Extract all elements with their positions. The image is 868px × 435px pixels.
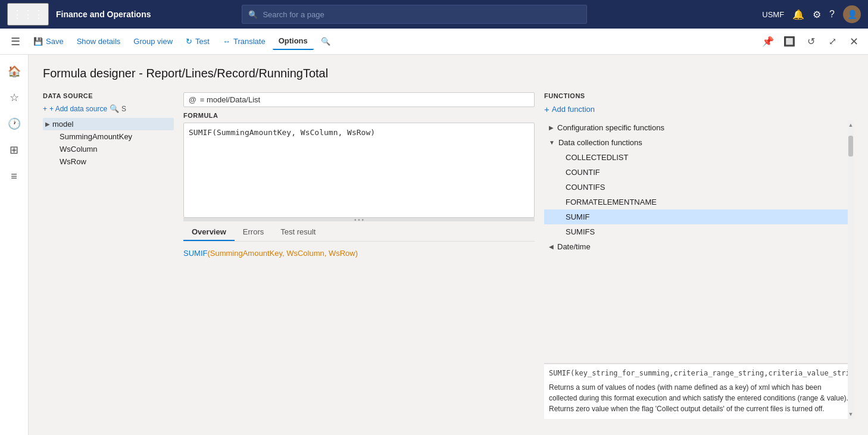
- search-bar[interactable]: 🔍: [242, 5, 587, 24]
- content-wrapper: Formula designer - Report/Lines/Record/R…: [29, 55, 868, 435]
- search-toolbar-button[interactable]: 🔍: [315, 33, 336, 49]
- fn-group-config[interactable]: ▶ Configuration specific functions: [544, 120, 854, 135]
- fn-description: Returns a sum of values of nodes (with n…: [544, 380, 854, 419]
- fn-group-datacollection[interactable]: ▼ Data collection functions: [544, 135, 854, 150]
- nav-workspaces-icon[interactable]: ⊞: [2, 138, 26, 162]
- refresh-icon: ↻: [186, 37, 192, 46]
- scrollbar[interactable]: ▲ ▼: [848, 120, 854, 419]
- close-icon[interactable]: ✕: [844, 32, 863, 51]
- open-new-icon[interactable]: ⤢: [823, 32, 842, 51]
- datasource-search-label: S: [121, 105, 126, 113]
- formula-panel: @ = model/Data/List FORMULA SUMIF(Summin…: [183, 92, 535, 419]
- fn-item-sumifs[interactable]: SUMIFS: [544, 224, 854, 239]
- tree-item-model[interactable]: ▶ model: [43, 118, 174, 130]
- fn-item-countif[interactable]: COUNTIF: [544, 165, 854, 180]
- plus-icon: +: [43, 105, 47, 113]
- toolbar: ☰ 💾 Save Show details Group view ↻ Test …: [0, 29, 868, 55]
- refresh-toolbar-icon[interactable]: ↺: [801, 32, 820, 51]
- nav-home-icon[interactable]: 🏠: [2, 60, 26, 83]
- data-source-panel: DATA SOURCE + + Add data source 🔍 S ▶ mo…: [43, 92, 174, 419]
- nav-modules-icon[interactable]: ≡: [2, 164, 26, 188]
- left-nav: 🏠 ☆ 🕐 ⊞ ≡: [0, 55, 29, 435]
- formula-path-value: = model/Data/List: [200, 95, 261, 104]
- overview-content: SUMIF(SummingAmountKey, WsColumn, WsRow): [183, 246, 535, 260]
- settings-icon[interactable]: ⚙: [813, 9, 821, 20]
- add-fn-plus-icon: +: [544, 104, 549, 114]
- formula-at-symbol: @: [189, 95, 196, 104]
- fn-name-sumif: SUMIF: [183, 249, 207, 258]
- fn-group-datetime[interactable]: ◀ Date/time: [544, 239, 854, 254]
- top-nav: ⋮⋮⋮ Finance and Operations 🔍 USMF 🔔 ⚙ ? …: [0, 0, 868, 29]
- test-button[interactable]: ↻ Test: [180, 33, 216, 49]
- designer-layout: DATA SOURCE + + Add data source 🔍 S ▶ mo…: [43, 92, 854, 419]
- apps-menu-button[interactable]: ⋮⋮⋮: [7, 3, 49, 26]
- formula-path-bar: @ = model/Data/List: [183, 92, 535, 107]
- add-function-button[interactable]: + Add function: [544, 104, 595, 114]
- hamburger-menu-button[interactable]: ☰: [5, 32, 26, 52]
- nav-recent-icon[interactable]: 🕐: [2, 112, 26, 136]
- datasource-search-icon[interactable]: 🔍: [110, 104, 119, 113]
- notifications-icon[interactable]: 🔔: [792, 9, 804, 20]
- formula-editor[interactable]: SUMIF(SummingAmountKey, WsColumn, WsRow): [183, 123, 535, 218]
- tab-test-result[interactable]: Test result: [272, 224, 324, 241]
- toolbar-right: 📌 🔲 ↺ ⤢ ✕: [758, 32, 863, 51]
- chevron-right-config-icon: ▶: [549, 124, 554, 131]
- show-details-button[interactable]: Show details: [71, 33, 127, 49]
- search-icon: 🔍: [248, 10, 258, 19]
- search-input[interactable]: [263, 10, 580, 19]
- user-code: USMF: [762, 10, 784, 19]
- datasource-toolbar: + + Add data source 🔍 S: [43, 104, 174, 113]
- fn-details-area: SUMIF(key_string_for_summing,criteria_ra…: [544, 363, 854, 419]
- main-area: 🏠 ☆ 🕐 ⊞ ≡ Formula designer - Report/Line…: [0, 55, 868, 435]
- tab-overview[interactable]: Overview: [183, 224, 235, 241]
- nav-favorites-icon[interactable]: ☆: [2, 86, 26, 109]
- search-toolbar-icon: 🔍: [321, 37, 330, 46]
- functions-toolbar: + Add function: [544, 104, 854, 114]
- tabs-bar: Overview Errors Test result: [183, 224, 535, 242]
- functions-header: FUNCTIONS: [544, 92, 854, 99]
- tree-item-wsrow[interactable]: WsRow: [43, 155, 174, 168]
- app-title: Finance and Operations: [56, 10, 151, 19]
- tab-errors[interactable]: Errors: [235, 224, 272, 241]
- translate-icon: ↔: [223, 37, 230, 46]
- fn-list-area: ▶ Configuration specific functions ▼ Dat…: [544, 120, 854, 363]
- formula-resize-handle[interactable]: • • •: [183, 218, 535, 221]
- overview-formula-text: SUMIF(SummingAmountKey, WsColumn, WsRow): [183, 249, 358, 258]
- chevron-right-icon: ▶: [45, 121, 50, 127]
- add-data-source-button[interactable]: + + Add data source: [43, 105, 107, 113]
- tree-item-wscolumn[interactable]: WsColumn: [43, 143, 174, 155]
- overview-params: (SummingAmountKey, WsColumn, WsRow): [207, 249, 358, 258]
- fn-signature: SUMIF(key_string_for_summing,criteria_ra…: [544, 364, 854, 380]
- chevron-down-datacollection-icon: ▼: [549, 139, 555, 146]
- scroll-thumb[interactable]: [848, 136, 853, 157]
- fn-item-sumif[interactable]: SUMIF: [544, 209, 854, 224]
- fn-panel-inner: ▶ Configuration specific functions ▼ Dat…: [544, 120, 854, 419]
- data-source-header: DATA SOURCE: [43, 92, 174, 99]
- functions-panel: FUNCTIONS + Add function ▶ Configuration…: [544, 92, 854, 419]
- chevron-left-datetime-icon: ◀: [549, 243, 554, 250]
- formula-section-header: FORMULA: [183, 112, 535, 119]
- fn-item-countifs[interactable]: COUNTIFS: [544, 180, 854, 195]
- top-nav-right: USMF 🔔 ⚙ ? 👤: [762, 5, 861, 23]
- options-button[interactable]: Options: [273, 33, 314, 50]
- pin-icon[interactable]: 📌: [758, 32, 778, 51]
- scroll-up-icon[interactable]: ▲: [848, 120, 854, 130]
- fn-item-collectedlist[interactable]: COLLECTEDLIST: [544, 150, 854, 165]
- group-view-button[interactable]: Group view: [127, 33, 179, 49]
- page-title: Formula designer - Report/Lines/Record/R…: [43, 67, 854, 80]
- scroll-down-icon[interactable]: ▼: [848, 409, 854, 419]
- save-button[interactable]: 💾 Save: [27, 33, 70, 49]
- resize-dots-icon: • • •: [354, 217, 364, 223]
- avatar[interactable]: 👤: [843, 5, 861, 23]
- translate-button[interactable]: ↔ Translate: [217, 33, 271, 49]
- save-icon: 💾: [33, 37, 43, 46]
- extension-icon[interactable]: 🔲: [780, 32, 799, 51]
- help-icon[interactable]: ?: [829, 9, 835, 20]
- tree-item-summingamountkey[interactable]: SummingAmountKey: [43, 130, 174, 143]
- fn-item-formatelementname[interactable]: FORMATELEMENTNAME: [544, 195, 854, 209]
